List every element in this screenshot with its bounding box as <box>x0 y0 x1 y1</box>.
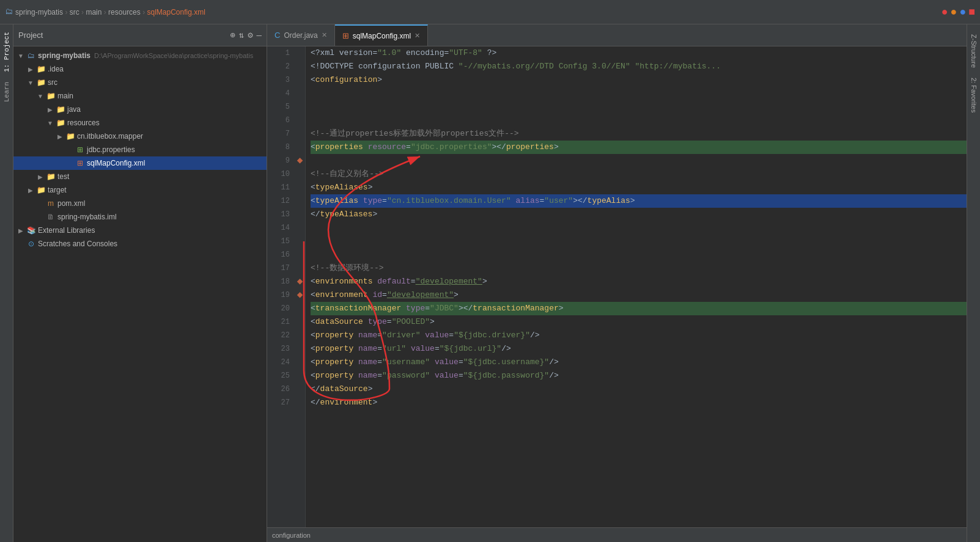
tree-label-root: spring-mybatis <box>38 51 90 60</box>
tree-item-jdbc-properties[interactable]: ⊞ jdbc.properties <box>13 143 267 156</box>
firefox-icon: ● <box>951 6 957 18</box>
code-content[interactable]: <?xml version="1.0" encoding="UTF-8" ?> … <box>306 46 967 527</box>
title-breadcrumb: spring-mybatis › src › main › resources … <box>15 8 205 16</box>
folder-icon-target: 📁 <box>35 186 46 194</box>
line-num-13: 13 <box>267 208 290 221</box>
code-line-18: <environments default="developement"> <box>311 275 967 288</box>
tree-item-mapper[interactable]: ▶ 📁 cn.itbluebox.mapper <box>13 130 267 143</box>
tree-arrow-root: ▼ <box>16 53 26 59</box>
tree-arrow-src: ▼ <box>26 79 35 86</box>
xml-tab-icon: ⊞ <box>342 31 349 40</box>
tree-label-resources: resources <box>67 119 100 127</box>
code-line-4 <box>311 87 967 100</box>
gutter-6 <box>295 114 305 127</box>
tree-item-target[interactable]: ▶ 📁 target <box>13 183 267 197</box>
tree-item-test[interactable]: ▶ 📁 test <box>13 170 267 183</box>
tree-item-idea[interactable]: ▶ 📁 .idea <box>13 62 267 76</box>
gutter-24 <box>295 356 305 369</box>
line-num-3: 3 <box>267 73 290 87</box>
tree-item-main[interactable]: ▼ 📁 main <box>13 89 267 103</box>
gutter-11 <box>295 181 305 194</box>
tree-label-jdbc-properties: jdbc.properties <box>87 145 135 154</box>
code-line-3: <configuration> <box>311 73 967 87</box>
tree-item-scratches[interactable]: ⊙ Scratches and Consoles <box>13 237 267 251</box>
title-part-0: spring-mybatis <box>15 8 63 16</box>
line-num-20: 20 <box>267 302 290 315</box>
tree-label-idea: .idea <box>48 65 64 73</box>
collapse-icon[interactable]: ⇅ <box>239 30 244 40</box>
tree-item-resources[interactable]: ▼ 📁 resources <box>13 116 267 130</box>
tree-item-pom[interactable]: m pom.xml <box>13 197 267 210</box>
close-icon[interactable]: ■ <box>968 6 975 18</box>
java-tab-icon: C <box>274 31 280 40</box>
gutter-16 <box>295 248 305 262</box>
code-line-5 <box>311 100 967 114</box>
tree-label-ext-libs: External Libraries <box>38 226 95 235</box>
tree-label-test: test <box>57 172 69 181</box>
settings-icon[interactable]: ⚙ <box>248 30 252 40</box>
right-tab-favorites[interactable]: 2: Favorites <box>968 73 979 117</box>
tab-sqlmapconfig-xml[interactable]: ⊞ sqlMapConfig.xml ✕ <box>335 24 428 46</box>
gutter-10 <box>295 167 305 181</box>
close-tab-order-java[interactable]: ✕ <box>322 31 327 39</box>
sidebar-item-project-tab[interactable]: 1: Project <box>1 27 12 77</box>
line-num-11: 11 <box>267 181 290 194</box>
bottom-bar: configuration <box>267 527 967 542</box>
tree-item-root[interactable]: ▼ 🗂 spring-mybatis D:\AProgramWorkSpace\… <box>13 49 267 62</box>
tree-arrow-mapper: ▶ <box>55 133 65 140</box>
code-line-11: <typeAliases> <box>311 181 967 194</box>
tree-item-java[interactable]: ▶ 📁 java <box>13 103 267 116</box>
title-bar: 🗂 spring-mybatis › src › main › resource… <box>0 0 980 24</box>
code-line-21: <dataSource type="POOLED"> <box>311 315 967 329</box>
file-icon-sqlmapconfig: ⊞ <box>75 159 86 167</box>
line-num-26: 26 <box>267 383 290 396</box>
tree-label-main: main <box>57 92 73 100</box>
right-tab-z-structure[interactable]: Z-Structure <box>968 29 979 73</box>
ie-icon: ● <box>959 6 966 18</box>
code-editor[interactable]: 1 2 3 4 5 6 7 8 9 10 11 12 13 14 <box>267 46 967 527</box>
gutter-2 <box>295 60 305 73</box>
tab-order-java[interactable]: C Order.java ✕ <box>267 24 335 46</box>
line-num-23: 23 <box>267 342 290 356</box>
tree-label-sqlmapconfig: sqlMapConfig.xml <box>87 159 145 167</box>
gutter-3 <box>295 73 305 87</box>
line-num-9: 9 <box>267 154 290 167</box>
gutter-22 <box>295 329 305 342</box>
tree-item-src[interactable]: ▼ 📁 src <box>13 76 267 89</box>
gutter-25 <box>295 369 305 383</box>
code-line-10: <!--自定义别名--> <box>311 167 967 181</box>
gutter-23 <box>295 342 305 356</box>
line-num-25: 25 <box>267 369 290 383</box>
panel-toolbar: ⊕ ⇅ ⚙ — <box>230 30 262 40</box>
close-tab-sqlmapconfig[interactable]: ✕ <box>414 32 420 40</box>
folder-icon-main: 📁 <box>45 92 56 100</box>
scratches-icon: ⊙ <box>26 240 37 248</box>
tree-item-iml[interactable]: 🗎 spring-mybatis.iml <box>13 210 267 224</box>
tree-arrow-resources: ▼ <box>45 120 55 126</box>
gutter-18: ◆ <box>295 275 305 288</box>
crosshair-icon[interactable]: ⊕ <box>230 30 235 40</box>
folder-icon-src: 📁 <box>35 78 46 87</box>
gutter-1 <box>295 46 305 60</box>
tree-label-src: src <box>48 78 57 87</box>
folder-icon-mapper: 📁 <box>65 132 76 141</box>
title-part-4: sqlMapConfig.xml <box>147 8 205 16</box>
code-line-2: <!DOCTYPE configuration PUBLIC "-//mybat… <box>311 60 967 73</box>
code-line-20: <transactionManager type="JDBC"></transa… <box>311 302 967 315</box>
sidebar-item-learn-tab[interactable]: Learn <box>1 77 12 107</box>
line-num-22: 22 <box>267 329 290 342</box>
folder-icon-java: 📁 <box>55 105 66 114</box>
folder-icon-resources: 📁 <box>55 119 66 127</box>
gutter-12 <box>295 194 305 208</box>
gutter-27 <box>295 396 305 409</box>
app-container: 🗂 spring-mybatis › src › main › resource… <box>0 0 980 542</box>
line-num-15: 15 <box>267 235 290 248</box>
gutter-9: ◆ <box>295 154 305 167</box>
tree-item-sqlmapconfig[interactable]: ⊞ sqlMapConfig.xml <box>13 156 267 170</box>
code-line-23: <property name="url" value="${jdbc.url}"… <box>311 342 967 356</box>
tree-item-ext-libs[interactable]: ▶ 📚 External Libraries <box>13 224 267 237</box>
tab-label-order-java: Order.java <box>284 31 317 40</box>
file-icon-iml: 🗎 <box>45 213 56 221</box>
hide-icon[interactable]: — <box>257 31 262 40</box>
code-line-12: <typeAlias type="cn.itbluebox.domain.Use… <box>311 194 967 208</box>
